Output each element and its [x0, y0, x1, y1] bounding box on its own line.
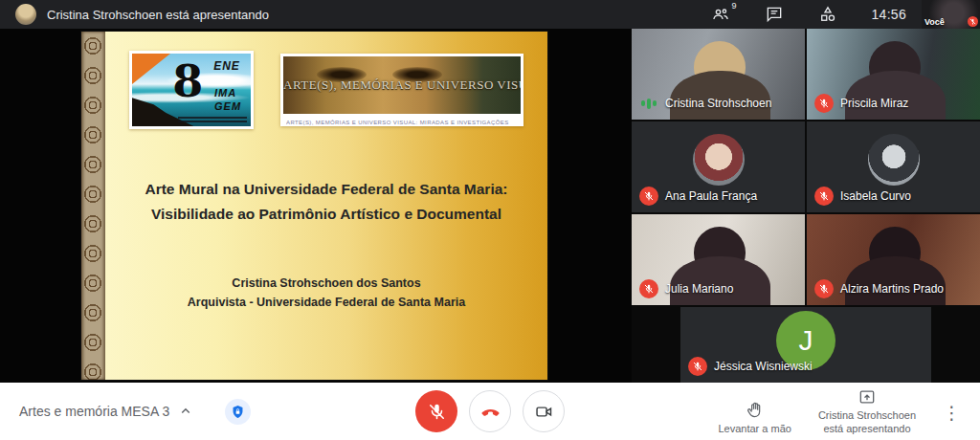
participant-tile-jessica[interactable]: J Jéssica Wisniewski: [680, 307, 931, 383]
presenting-status-label: Cristina Strohschoen está apresentando: [818, 409, 916, 436]
avatar: [868, 134, 920, 186]
meeting-name[interactable]: Artes e memória MESA 3: [19, 404, 169, 419]
present-screen-icon: [858, 387, 877, 407]
presenter-banner-text: Cristina Strohschoen está apresentando: [47, 8, 269, 22]
presenting-status[interactable]: Cristina Strohschoen está apresentando: [818, 387, 916, 436]
participant-tile-cristina[interactable]: Cristina Strohschoen: [632, 29, 805, 120]
participant-grid: Cristina Strohschoen Priscila Miraz: [632, 29, 980, 383]
camera-icon: [534, 402, 554, 422]
slide-author-name: Cristina Strohschoen dos Santos: [105, 274, 547, 293]
grid-row: J Jéssica Wisniewski: [632, 307, 980, 383]
mic-muted-icon: [688, 357, 707, 376]
participant-tile-ana-paula[interactable]: Ana Paula França: [632, 121, 805, 212]
participants-button[interactable]: 9: [710, 4, 731, 25]
chat-icon: [765, 5, 784, 24]
host-controls-button[interactable]: [225, 399, 251, 425]
grid-row: Julia Mariano Alzira Martins Prado: [632, 214, 980, 305]
presenter-banner: Cristina Strohschoen está apresentando: [0, 4, 269, 25]
participants-count: 9: [731, 1, 736, 11]
mic-off-icon: [427, 402, 447, 422]
slide-mural-border: [81, 32, 105, 380]
participant-tile-priscila[interactable]: Priscila Miraz: [807, 29, 980, 120]
presentation-stage[interactable]: 8 ENE IMA GEM AR: [0, 29, 632, 383]
bottom-bar: Artes e memória MESA 3: [0, 383, 980, 440]
participant-tile-alzira[interactable]: Alzira Martins Prado: [807, 214, 980, 305]
grid-row: Ana Paula França Isabela Curvo: [632, 121, 980, 212]
participant-name: Isabela Curvo: [840, 189, 911, 203]
raise-hand-button[interactable]: Levantar a mão: [718, 401, 791, 436]
people-icon: [711, 5, 730, 24]
self-view-tile[interactable]: Você: [922, 0, 980, 29]
mic-muted-icon: [639, 187, 658, 206]
avatar: [693, 134, 745, 186]
mic-toggle-button[interactable]: [415, 390, 457, 432]
mic-muted-icon: [639, 279, 658, 298]
mic-muted-icon: [814, 279, 834, 298]
participant-name: Cristina Strohschoen: [665, 97, 771, 110]
raise-hand-label: Levantar a mão: [718, 423, 791, 436]
logo-number: 8: [172, 55, 203, 107]
speaking-indicator-icon: [639, 94, 658, 113]
chevron-up-icon[interactable]: [177, 403, 194, 420]
main-area: 8 ENE IMA GEM AR: [0, 29, 980, 383]
eneimagem-logo: 8 ENE IMA GEM: [129, 51, 254, 129]
raise-hand-icon: [746, 401, 765, 420]
camera-toggle-button[interactable]: [523, 390, 565, 432]
activities-icon: [818, 5, 837, 24]
logo-orange-triangle: [132, 54, 170, 84]
self-view-label: Você: [924, 17, 945, 27]
clock: 14:56: [871, 7, 906, 22]
meet-window: Cristina Strohschoen está apresentando 9: [0, 0, 980, 440]
mic-muted-icon: [814, 94, 834, 113]
logo-ene-text: ENE: [213, 59, 240, 73]
slide-author-role: Arquivista - Universidade Federal de San…: [105, 293, 547, 312]
leave-call-button[interactable]: [469, 390, 511, 432]
top-bar: Cristina Strohschoen está apresentando 9: [0, 0, 980, 29]
more-options-button[interactable]: ⋮: [943, 402, 965, 435]
banner-caption: ARTE(S), MEMÓRIAS E UNIVERSO VISUAL: MIR…: [286, 120, 518, 125]
logo-ima: IMA: [214, 87, 241, 100]
presenter-avatar: [15, 4, 36, 25]
participant-tile-isabela[interactable]: Isabela Curvo: [807, 121, 980, 212]
shield-lock-icon: [230, 404, 246, 420]
slide-canvas: 8 ENE IMA GEM AR: [105, 32, 547, 380]
participant-name: Priscila Miraz: [840, 97, 908, 110]
logo-small-text-lines: [178, 115, 247, 122]
shared-slide: 8 ENE IMA GEM AR: [81, 32, 547, 380]
participant-name: Jéssica Wisniewski: [714, 360, 813, 373]
call-end-icon: [479, 400, 502, 424]
top-bar-actions: 9 14:56 Você: [710, 0, 980, 29]
chat-button[interactable]: [764, 4, 785, 25]
event-banner: ARTE(S), MEMÓRIAS E UNIVERSO VISUAL ARTE…: [280, 54, 523, 126]
self-mic-muted-icon: [968, 16, 978, 27]
mic-muted-icon: [814, 187, 834, 206]
slide-title-line1: Arte Mural na Universidade Federal de Sa…: [105, 177, 547, 202]
activities-button[interactable]: [817, 4, 838, 25]
banner-overlay-text: ARTE(S), MEMÓRIAS E UNIVERSO VISUAL: [283, 77, 521, 93]
logo-gem: GEM: [214, 100, 241, 114]
participant-tile-julia[interactable]: Julia Mariano: [632, 214, 805, 305]
slide-title: Arte Mural na Universidade Federal de Sa…: [105, 177, 547, 227]
slide-title-line2: Visibilidade ao Patrimônio Artístico e D…: [105, 202, 547, 227]
participant-name: Julia Mariano: [665, 282, 733, 296]
participant-name: Ana Paula França: [665, 189, 757, 203]
participant-name: Alzira Martins Prado: [840, 282, 944, 296]
mona-lisa-image: ARTE(S), MEMÓRIAS E UNIVERSO VISUAL: [283, 56, 521, 114]
slide-author: Cristina Strohschoen dos Santos Arquivis…: [105, 274, 547, 312]
logo-imagem-text: IMA GEM: [214, 87, 241, 114]
grid-row: Cristina Strohschoen Priscila Miraz: [632, 29, 980, 120]
